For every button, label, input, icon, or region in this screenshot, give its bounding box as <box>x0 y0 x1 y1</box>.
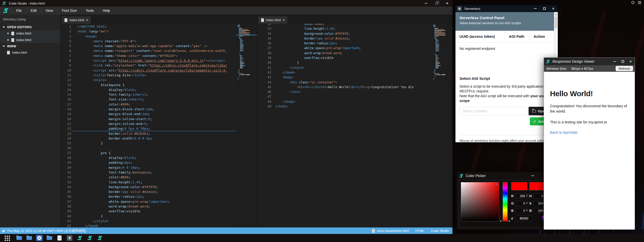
tab-close-icon[interactable]: × <box>86 18 88 22</box>
code-line[interactable]: 49</html> <box>257 104 432 109</box>
maximize-button[interactable] <box>543 7 546 10</box>
tab-close-icon[interactable]: × <box>283 18 285 22</box>
restore-button[interactable] <box>431 0 442 7</box>
code-line[interactable]: 38word-wrap:break-word; <box>60 204 236 209</box>
close-button[interactable]: × <box>442 0 452 7</box>
code-line[interactable]: 31font-family:monospace; <box>60 170 236 175</box>
code-line[interactable]: 48</body> <box>257 99 432 104</box>
close-icon[interactable]: × <box>7 38 9 42</box>
code-line[interactable]: 32color:#666; <box>60 175 236 180</box>
code-line[interactable]: 6<meta name="viewport" content="user-sca… <box>60 48 236 53</box>
taskbar-icon-document[interactable] <box>54 235 65 240</box>
code-line[interactable]: 14display:block; <box>60 87 236 92</box>
code-editor-2[interactable]: 32color:#666;33line-height:1.45;34backgr… <box>257 24 432 227</box>
scroll-up-icon[interactable] <box>555 14 557 15</box>
field-value-input[interactable]: 255 <box>515 193 528 199</box>
sidebar-section-www[interactable]: WWW <box>0 43 60 49</box>
hex-value-field[interactable]: ff0000 <box>515 216 533 221</box>
stepper-icon[interactable] <box>526 202 528 204</box>
code-line[interactable]: 36border-radius:2px; <box>60 194 236 199</box>
menu-item-view[interactable]: View <box>41 7 57 15</box>
code-line[interactable]: 39overflow:visible <box>257 56 432 60</box>
code-line[interactable]: 24border-width:0 0 0 5px <box>60 136 236 141</box>
taskbar-icon-app-grid[interactable] <box>0 235 14 241</box>
menu-item-tools[interactable]: Tools <box>81 7 98 15</box>
menu-icon[interactable] <box>638 1 641 4</box>
code-line[interactable]: 36border-radius:2px; <box>257 41 432 46</box>
field-value-input[interactable]: 0 <box>515 208 528 213</box>
status-language[interactable]: HTML <box>415 229 424 233</box>
code-line[interactable]: 45<h1><br></h1><h1>Hello World!<br></h1>… <box>257 85 432 90</box>
code-line[interactable]: 27pre { <box>60 151 236 155</box>
sidebar-item-index.html[interactable]: ×index.html <box>0 30 60 37</box>
close-button[interactable]: × <box>552 7 554 10</box>
close-button[interactable]: × <box>630 60 632 63</box>
scrollbar-thumb[interactable] <box>555 17 557 28</box>
saturation-square[interactable] <box>461 182 499 221</box>
code-line[interactable]: 40} <box>257 60 432 65</box>
code-line[interactable]: 41</style> <box>60 219 236 223</box>
taskbar-icon-folder[interactable] <box>44 236 54 240</box>
hue-slider[interactable] <box>503 182 508 221</box>
back-to-aprintlab-link[interactable]: Back to Aprintlab <box>550 130 629 134</box>
code-line[interactable]: 2<html lang="en"> <box>60 29 236 34</box>
code-line[interactable]: 21margin-inline-end:0; <box>60 121 236 126</box>
menu-item-help[interactable]: Help <box>98 7 115 15</box>
code-line[interactable]: 42</head> <box>60 223 236 227</box>
code-line[interactable]: 34background-color:#f9f9f9; <box>60 185 236 189</box>
code-line[interactable]: 37white-space:pre-wrap!important; <box>60 199 236 204</box>
code-line[interactable]: 33line-height:1.45; <box>257 26 432 31</box>
code-line[interactable]: 30margin:0 0 10px; <box>60 165 236 170</box>
maximize-button[interactable] <box>622 60 624 63</box>
minimize-button[interactable] <box>531 176 534 176</box>
script-location-input[interactable] <box>459 107 527 115</box>
code-line[interactable]: 19margin-block-end:1em; <box>60 112 236 116</box>
taskbar-icon-disc[interactable] <box>34 235 44 241</box>
sidebar-item-index.html[interactable]: index.html <box>0 49 60 56</box>
code-editor-1[interactable]: 1<!DOCTYPE html>2<html lang="en">3<head>… <box>60 24 236 227</box>
code-line[interactable]: 32color:#666; <box>257 24 432 26</box>
code-line[interactable]: 33line-height:1.45; <box>60 180 236 185</box>
code-line[interactable]: 26 <box>60 146 236 150</box>
code-line[interactable]: 22padding:0 5px 0 20px; <box>60 126 236 131</box>
taskbar-icon-code-studio[interactable] <box>85 235 95 240</box>
serverless-title-bar[interactable]: 0 Serverless × <box>455 5 558 12</box>
menu-item-font-size[interactable]: Font Size <box>57 7 81 15</box>
minimap-2[interactable] <box>432 24 452 227</box>
minimize-button[interactable] <box>534 8 537 9</box>
field-value-input[interactable]: 0 <box>515 201 528 206</box>
code-line[interactable]: 4<meta charset="UTF-8"> <box>60 39 236 44</box>
code-line[interactable]: 20margin-inline-start:0; <box>60 117 236 121</box>
code-line[interactable]: 17color:#999; <box>60 102 236 107</box>
minimize-button[interactable] <box>421 0 431 7</box>
code-line[interactable]: 44<div class="ui container"> <box>257 80 432 85</box>
code-line[interactable]: 25} <box>60 141 236 146</box>
code-line[interactable]: 18margin-block-start:1em; <box>60 107 236 112</box>
code-line[interactable]: 40} <box>60 214 236 219</box>
code-line[interactable]: 15font-family:inherit; <box>60 92 236 97</box>
taskbar-icon-folder[interactable] <box>24 236 34 240</box>
menu-item-file[interactable]: File <box>12 7 26 15</box>
refresh-button[interactable]: Refresh <box>616 66 633 71</box>
code-line[interactable]: 11<title>Testing Site</title> <box>60 73 236 78</box>
taskbar-icon-code-studio[interactable] <box>75 235 85 240</box>
stepper-icon[interactable] <box>526 194 528 197</box>
tab-index-html-2[interactable]: index.html × <box>258 16 287 24</box>
code-line[interactable]: 46</div> <box>257 90 432 94</box>
close-icon[interactable]: × <box>7 32 9 35</box>
sidebar-section-open-editors[interactable]: OPEN EDITORS <box>0 24 60 30</box>
code-line[interactable]: 16font-size:inherit; <box>60 97 236 102</box>
code-line[interactable]: 35border:1px solid #e1e1e1; <box>257 36 432 41</box>
taskbar-icon-folder[interactable] <box>14 236 24 240</box>
code-line[interactable]: 10<script src="https://cdnjs.cloudflare.… <box>60 68 236 73</box>
code-line[interactable]: 37white-space:pre-wrap!important; <box>257 46 432 51</box>
code-line[interactable]: 29padding:8px; <box>60 160 236 165</box>
taskbar-icon-serverless[interactable]: 0 <box>65 235 75 241</box>
code-line[interactable]: 42</head> <box>257 70 432 75</box>
code-line[interactable]: 23border:solid #b1b1b1; <box>60 131 236 136</box>
minimap-1[interactable] <box>236 24 257 227</box>
taskbar-icon-code-studio[interactable] <box>95 235 105 240</box>
stepper-icon[interactable] <box>526 209 528 212</box>
code-line[interactable]: 13blockquote { <box>60 83 236 87</box>
code-line[interactable]: 9<link rel="stylesheet" href="https://cd… <box>60 63 236 68</box>
